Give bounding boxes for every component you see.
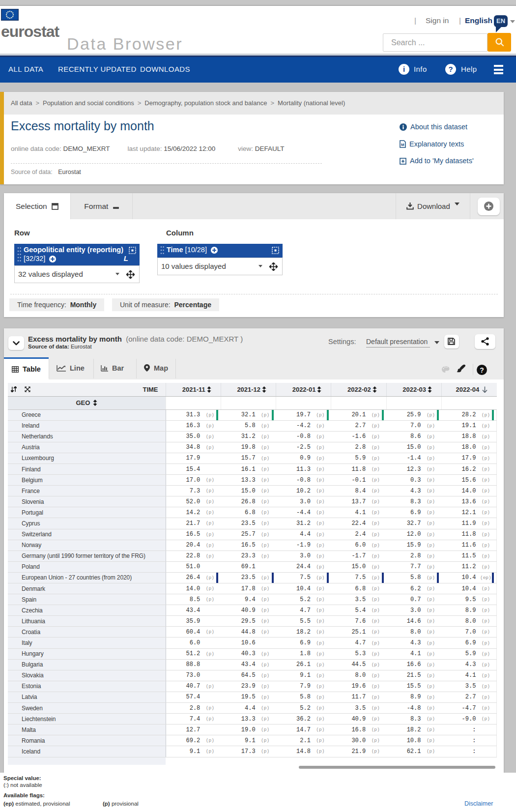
svg-text:?: ? [480, 366, 484, 374]
svg-text:M: M [401, 143, 404, 147]
